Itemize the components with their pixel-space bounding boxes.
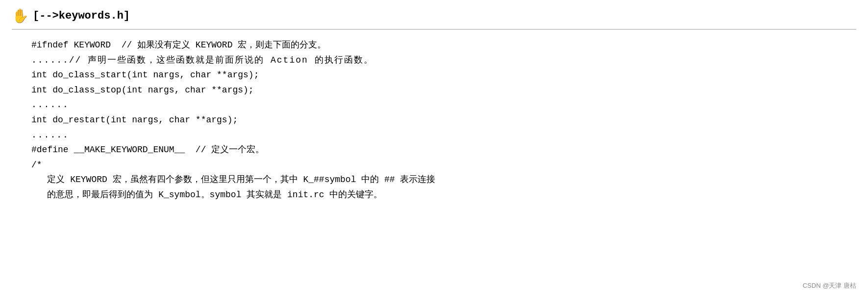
code-line-2: ......// 声明一些函数，这些函数就是前面所说的 Action 的执行函数… <box>31 53 837 68</box>
code-line-7: ...... <box>31 128 837 143</box>
header-title: [-->keywords.h] <box>33 10 130 22</box>
page-container: ✋ [-->keywords.h] #ifndef KEYWORD // 如果没… <box>0 0 868 298</box>
code-line-9: /* <box>31 158 837 173</box>
page-wrapper: ✋ [-->keywords.h] #ifndef KEYWORD // 如果没… <box>0 0 868 298</box>
code-line-10: 定义 KEYWORD 宏，虽然有四个参数，但这里只用第一个，其中 K_##sym… <box>31 172 837 187</box>
code-line-3: int do_class_start(int nargs, char **arg… <box>31 68 837 83</box>
code-line-8: #define __MAKE_KEYWORD_ENUM__ // 定义一个宏。 <box>31 142 837 158</box>
attribution: CSDN @天津 唐枯 <box>803 281 856 290</box>
code-line-5: ...... <box>31 97 837 113</box>
content-area: #ifndef KEYWORD // 如果没有定义 KEYWORD 宏，则走下面… <box>12 38 856 203</box>
code-block: #ifndef KEYWORD // 如果没有定义 KEYWORD 宏，则走下面… <box>31 38 837 203</box>
code-line-1: #ifndef KEYWORD // 如果没有定义 KEYWORD 宏，则走下面… <box>31 38 837 53</box>
code-line-11: 的意思，即最后得到的值为 K_symbol。symbol 其实就是 init.r… <box>31 187 837 203</box>
code-line-4: int do_class_stop(int nargs, char **args… <box>31 83 837 98</box>
header-bar: ✋ [-->keywords.h] <box>12 8 856 30</box>
code-line-6: int do_restart(int nargs, char **args); <box>31 113 837 128</box>
hand-icon: ✋ <box>12 8 29 24</box>
